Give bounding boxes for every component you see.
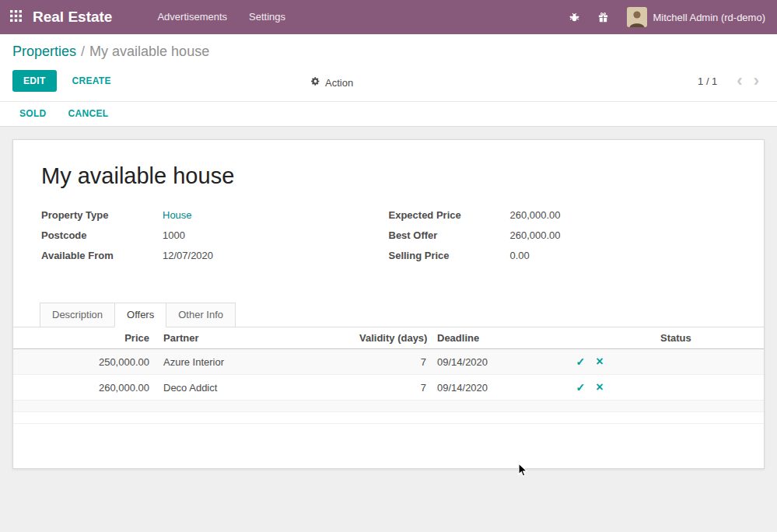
- column-header-actions: [555, 327, 625, 349]
- field-label: Postcode: [41, 229, 163, 241]
- pager: 1 / 1 ‹ ›: [698, 75, 765, 87]
- navbar-menus: Advertisements Settings: [146, 0, 296, 34]
- list-filler-row: [13, 412, 764, 424]
- offer-row[interactable]: 250,000.00 Azure Interior 7 09/14/2020 ✓…: [13, 349, 764, 375]
- field-expected-price: Expected Price 260,000.00: [389, 209, 737, 221]
- offer-partner[interactable]: Deco Addict: [157, 375, 359, 401]
- offers-header-row: Price Partner Validity (days) Deadline S…: [13, 327, 764, 349]
- column-header-price[interactable]: Price: [13, 327, 157, 349]
- column-header-status[interactable]: Status: [625, 327, 764, 349]
- column-header-partner[interactable]: Partner: [157, 327, 359, 349]
- apps-menu-button[interactable]: [0, 0, 33, 34]
- offer-row[interactable]: 260,000.00 Deco Addict 7 09/14/2020 ✓×: [13, 375, 764, 401]
- menu-settings[interactable]: Settings: [238, 0, 296, 34]
- best-offer-value: 260,000.00: [510, 229, 561, 241]
- offer-status: [625, 349, 764, 375]
- apps-grid-icon: [10, 10, 22, 25]
- action-menu-label: Action: [325, 77, 353, 89]
- top-navbar: Real Estate Advertisements Settings: [0, 0, 777, 34]
- field-label: Available From: [41, 250, 163, 261]
- create-button[interactable]: CREATE: [63, 70, 121, 92]
- offers-table: Price Partner Validity (days) Deadline S…: [13, 327, 764, 424]
- sold-button[interactable]: SOLD: [19, 108, 47, 120]
- cancel-button[interactable]: CANCEL: [68, 108, 109, 120]
- breadcrumb-current: My available house: [89, 44, 209, 59]
- pager-previous-icon[interactable]: ‹: [731, 75, 747, 86]
- offer-status: [625, 375, 764, 401]
- accept-offer-icon[interactable]: ✓: [570, 381, 590, 394]
- user-avatar[interactable]: [627, 7, 647, 27]
- field-group-right: Expected Price 260,000.00 Best Offer 260…: [389, 209, 737, 270]
- available-from-value: 12/07/2020: [163, 250, 213, 261]
- edit-button[interactable]: EDIT: [12, 70, 57, 92]
- expected-price-value: 260,000.00: [510, 209, 561, 221]
- offer-partner[interactable]: Azure Interior: [157, 349, 359, 375]
- column-header-deadline[interactable]: Deadline: [434, 327, 555, 349]
- form-view-background: My available house Property Type House P…: [0, 127, 777, 532]
- app-window: Real Estate Advertisements Settings: [0, 0, 777, 532]
- field-property-type: Property Type House: [41, 209, 389, 221]
- field-best-offer: Best Offer 260,000.00: [389, 229, 737, 241]
- field-available-from: Available From 12/07/2020: [41, 250, 389, 261]
- pager-next-icon[interactable]: ›: [748, 75, 765, 86]
- field-selling-price: Selling Price 0.00: [389, 250, 737, 261]
- tab-offers[interactable]: Offers: [114, 303, 166, 327]
- offer-validity[interactable]: 7: [359, 349, 434, 375]
- field-label: Selling Price: [389, 250, 510, 261]
- breadcrumb-separator: /: [76, 44, 89, 59]
- field-label: Best Offer: [389, 229, 510, 241]
- offer-deadline[interactable]: 09/14/2020: [434, 349, 555, 375]
- offer-price[interactable]: 250,000.00: [13, 349, 157, 375]
- field-label: Property Type: [41, 209, 163, 221]
- accept-offer-icon[interactable]: ✓: [570, 355, 590, 368]
- gear-icon: [310, 76, 325, 89]
- gift-icon[interactable]: [589, 0, 618, 34]
- offer-actions: ✓×: [555, 375, 625, 401]
- menu-advertisements[interactable]: Advertisements: [146, 0, 238, 34]
- breadcrumb-properties-link[interactable]: Properties: [12, 44, 76, 59]
- action-menu-button[interactable]: Action: [310, 76, 353, 89]
- user-menu[interactable]: Mitchell Admin (rd-demo): [653, 12, 766, 23]
- form-sheet: My available house Property Type House P…: [12, 139, 765, 469]
- offer-actions: ✓×: [555, 349, 625, 375]
- tab-description[interactable]: Description: [40, 303, 115, 327]
- form-statusbar: SOLD CANCEL: [0, 101, 777, 127]
- selling-price-value: 0.00: [510, 250, 530, 261]
- field-label: Expected Price: [389, 209, 510, 221]
- pager-count: 1 / 1: [698, 75, 717, 87]
- field-postcode: Postcode 1000: [41, 229, 389, 241]
- control-panel: EDIT CREATE Action 1 / 1 ‹ ›: [0, 65, 777, 101]
- list-filler-row: [13, 401, 764, 412]
- postcode-value: 1000: [163, 229, 185, 241]
- offer-validity[interactable]: 7: [359, 375, 434, 401]
- refuse-offer-icon[interactable]: ×: [590, 380, 608, 394]
- navbar-right: Mitchell Admin (rd-demo): [560, 0, 777, 34]
- debug-bug-icon[interactable]: [560, 0, 589, 34]
- refuse-offer-icon[interactable]: ×: [590, 355, 608, 368]
- notebook-tabs: Description Offers Other Info: [13, 303, 764, 327]
- property-type-value-link[interactable]: House: [163, 209, 192, 221]
- offer-price[interactable]: 260,000.00: [13, 375, 157, 401]
- tab-other-info[interactable]: Other Info: [166, 303, 236, 327]
- record-title: My available house: [41, 163, 736, 189]
- column-header-validity[interactable]: Validity (days): [359, 327, 434, 349]
- field-group-left: Property Type House Postcode 1000 Availa…: [41, 209, 389, 270]
- offer-deadline[interactable]: 09/14/2020: [434, 375, 555, 401]
- breadcrumb: Properties/My available house: [0, 34, 777, 65]
- field-groups: Property Type House Postcode 1000 Availa…: [41, 209, 736, 270]
- app-brand-title[interactable]: Real Estate: [33, 9, 112, 26]
